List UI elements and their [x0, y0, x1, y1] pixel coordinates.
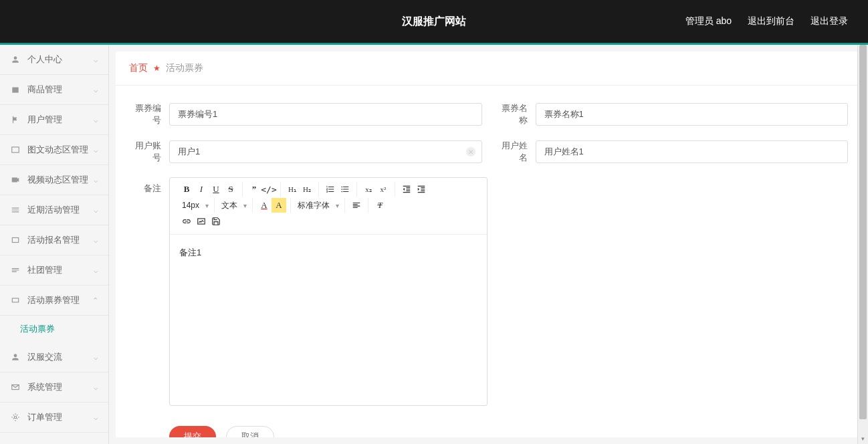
user-account-input[interactable] [169, 140, 482, 163]
save-button[interactable] [209, 214, 223, 229]
list-icon [10, 235, 21, 245]
unordered-list-button[interactable] [338, 182, 352, 197]
header-actions: 管理员 abo 退出到前台 退出登录 [685, 15, 848, 27]
chat-icon [10, 352, 21, 362]
subscript-button[interactable]: x₂ [361, 182, 376, 197]
font-size-select[interactable]: 14px [179, 198, 210, 213]
editor-toolbar: B I U S ” </> H₁ H₂ [170, 178, 487, 235]
sidebar-item-label: 社团管理 [27, 264, 62, 276]
chevron-up-icon: ⌃ [92, 296, 98, 305]
chevron-down-icon: ⌵ [94, 146, 98, 154]
app-header: 汉服推广网站 管理员 abo 退出到前台 退出登录 [0, 0, 868, 43]
breadcrumb-current: 活动票券 [166, 62, 203, 74]
scrollbar-thumb[interactable] [859, 45, 867, 419]
chevron-down-icon: ⌵ [94, 236, 98, 245]
indent-button[interactable] [414, 182, 429, 197]
image-button[interactable] [194, 214, 209, 229]
clear-format-button[interactable]: T [372, 198, 387, 213]
star-icon: ★ [153, 64, 160, 73]
scroll-down-icon[interactable]: ▾ [858, 433, 868, 444]
paragraph-select[interactable]: 文本 [219, 198, 248, 213]
ticket-name-input[interactable] [536, 103, 849, 126]
ticket-icon [10, 295, 21, 306]
sidebar-item-recent-activities[interactable]: 近期活动管理 ⌵ [0, 195, 108, 225]
chevron-down-icon: ⌵ [94, 413, 98, 422]
sidebar-item-label: 个人中心 [27, 53, 62, 66]
svg-rect-1 [12, 147, 19, 152]
sidebar-item-label: 用户管理 [27, 114, 62, 126]
image-icon [10, 144, 21, 155]
logout-link[interactable]: 退出登录 [810, 15, 848, 27]
bars-icon [10, 205, 21, 215]
sidebar-item-video-feed[interactable]: 视频动态区管理 ⌵ [0, 165, 108, 195]
svg-rect-0 [12, 88, 18, 93]
sidebar-item-orders[interactable]: 订单管理 ⌵ [0, 403, 108, 433]
svg-point-6 [14, 416, 17, 419]
code-button[interactable]: </> [261, 182, 276, 197]
sidebar-item-hanfu-chat[interactable]: 汉服交流 ⌵ [0, 342, 108, 372]
superscript-button[interactable]: x² [376, 182, 391, 197]
form: 票券编号 票券名称 用户账号 ✕ 用户姓名 [116, 86, 861, 437]
form-actions: 提交 取消 [129, 426, 848, 437]
settings-icon [10, 412, 21, 423]
rich-text-editor: B I U S ” </> H₁ H₂ [169, 177, 487, 406]
h1-button[interactable]: H₁ [285, 182, 300, 197]
italic-button[interactable]: I [194, 182, 209, 197]
quote-button[interactable]: ” [247, 182, 261, 197]
sidebar-item-image-feed[interactable]: 图文动态区管理 ⌵ [0, 135, 108, 165]
user-name-label: 用户姓名 [496, 140, 536, 164]
user-account-label: 用户账号 [129, 140, 169, 164]
sidebar-item-label: 图文动态区管理 [27, 144, 88, 156]
font-color-button[interactable]: A [257, 198, 272, 213]
svg-rect-4 [12, 298, 18, 302]
editor-content[interactable]: 备注1 [170, 235, 487, 405]
user-name-input[interactable] [536, 140, 849, 163]
strikethrough-button[interactable]: S [223, 182, 238, 197]
sidebar-item-tickets[interactable]: 活动票券管理 ⌃ [0, 286, 108, 316]
sidebar-item-label: 视频动态区管理 [27, 174, 88, 186]
bold-button[interactable]: B [179, 182, 194, 197]
h2-button[interactable]: H₂ [300, 182, 314, 197]
exit-to-front-link[interactable]: 退出到前台 [748, 15, 794, 27]
chevron-down-icon: ⌵ [94, 176, 98, 185]
sidebar-item-products[interactable]: 商品管理 ⌵ [0, 75, 108, 105]
sidebar-item-registration[interactable]: 活动报名管理 ⌵ [0, 225, 108, 255]
mail-icon [10, 382, 21, 393]
main-content: 首页 ★ 活动票券 票券编号 票券名称 用户账号 [116, 51, 861, 437]
align-button[interactable] [349, 198, 364, 213]
highlight-button[interactable]: A [272, 198, 286, 213]
sidebar-subitem-tickets[interactable]: 活动票券 [0, 316, 108, 342]
app-title: 汉服推广网站 [402, 15, 466, 29]
ordered-list-button[interactable] [323, 182, 338, 197]
ticket-name-label: 票券名称 [496, 102, 536, 126]
outdent-button[interactable] [399, 182, 414, 197]
chevron-down-icon: ⌵ [94, 206, 98, 215]
svg-rect-3 [12, 238, 18, 243]
sidebar: 个人中心 ⌵ 商品管理 ⌵ 用户管理 ⌵ 图文动态区管理 ⌵ 视频动态区管理 ⌵… [0, 45, 109, 444]
sidebar-item-profile[interactable]: 个人中心 ⌵ [0, 45, 108, 75]
admin-label[interactable]: 管理员 abo [685, 15, 732, 27]
underline-button[interactable]: U [209, 182, 223, 197]
sidebar-item-clubs[interactable]: 社团管理 ⌵ [0, 255, 108, 286]
flag-icon [10, 114, 21, 125]
sidebar-item-label: 系统管理 [27, 381, 62, 393]
cancel-button[interactable]: 取消 [226, 426, 274, 437]
breadcrumb-home[interactable]: 首页 [129, 62, 148, 74]
svg-rect-2 [12, 178, 17, 183]
sidebar-item-label: 汉服交流 [27, 351, 62, 363]
sidebar-item-label: 活动票券管理 [27, 294, 80, 306]
clear-icon[interactable]: ✕ [466, 147, 475, 156]
submit-button[interactable]: 提交 [169, 426, 216, 437]
sidebar-item-system[interactable]: 系统管理 ⌵ [0, 372, 108, 403]
group-icon [10, 265, 21, 275]
ticket-code-input[interactable] [169, 103, 482, 126]
sidebar-item-label: 订单管理 [27, 411, 62, 423]
sidebar-item-label: 商品管理 [27, 84, 62, 96]
chevron-down-icon: ⌵ [94, 116, 98, 124]
font-family-select[interactable]: 标准字体 [295, 198, 340, 213]
vertical-scrollbar[interactable]: ▾ [857, 45, 868, 444]
chevron-down-icon: ⌵ [94, 266, 98, 275]
link-button[interactable] [179, 214, 194, 229]
breadcrumb: 首页 ★ 活动票券 [116, 51, 861, 86]
sidebar-item-users[interactable]: 用户管理 ⌵ [0, 105, 108, 135]
